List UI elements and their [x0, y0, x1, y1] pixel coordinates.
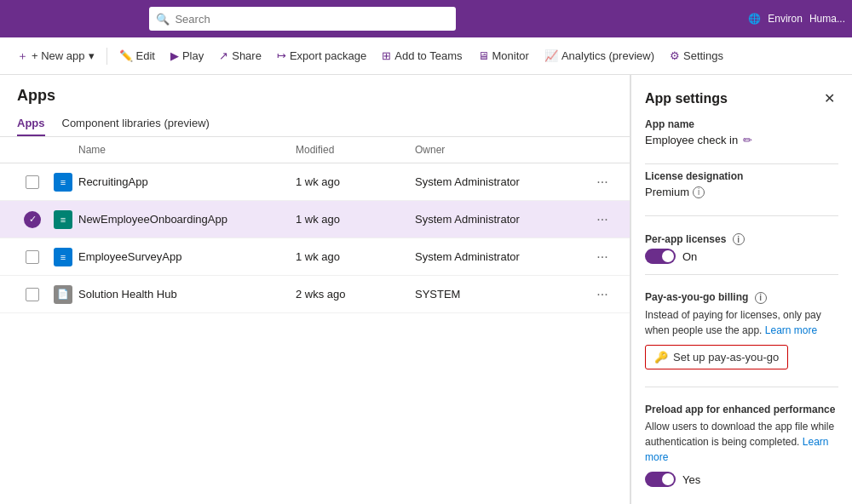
- payg-key-icon: 🔑: [654, 351, 668, 364]
- monitor-label: Monitor: [492, 49, 529, 62]
- license-text: Premium: [645, 186, 689, 198]
- share-button[interactable]: ↗ Share: [212, 46, 268, 66]
- payg-desc: Instead of paying for licenses, only pay…: [645, 307, 838, 338]
- per-app-toggle-label: On: [682, 250, 697, 263]
- export-label: Export package: [290, 49, 366, 62]
- row-checkbox[interactable]: [17, 250, 48, 264]
- preload-desc: Allow users to download the app file whi…: [645, 419, 838, 465]
- add-teams-button[interactable]: ⊞ Add to Teams: [375, 46, 469, 66]
- per-app-label: Per-app licenses i: [645, 233, 838, 246]
- col-owner-header: Owner: [415, 144, 585, 156]
- license-label: License designation: [645, 170, 838, 182]
- col-icon: [48, 144, 78, 156]
- edit-label: Edit: [136, 49, 155, 62]
- col-modified: 1 wk ago: [296, 213, 415, 226]
- preload-toggle[interactable]: [645, 472, 676, 487]
- tabs-row: Apps Component libraries (preview): [0, 112, 630, 137]
- env-label: Environ: [768, 13, 803, 25]
- col-modified: 1 wk ago: [296, 250, 415, 263]
- table-header: Name Modified Owner: [0, 137, 630, 163]
- col-modified: 2 wks ago: [296, 288, 415, 301]
- app-name-text: Employee check in: [645, 134, 738, 146]
- checkbox-checked: ✓: [24, 211, 41, 228]
- panel-header: App settings ✕: [645, 89, 838, 108]
- setup-payg-button[interactable]: 🔑 Set up pay-as-you-go: [645, 345, 788, 369]
- preload-toggle-row: Yes: [645, 472, 838, 487]
- payg-learn-more-link[interactable]: Learn more: [765, 324, 817, 336]
- new-app-label: + New app: [32, 49, 85, 62]
- table-row[interactable]: ✓ ≡ NewEmployeeOnboardingApp 1 wk ago Sy…: [0, 201, 630, 238]
- tab-components[interactable]: Component libraries (preview): [62, 112, 210, 136]
- close-button[interactable]: ✕: [820, 89, 838, 108]
- teams-icon: ⊞: [382, 49, 391, 62]
- play-button[interactable]: ▶ Play: [164, 46, 210, 66]
- share-label: Share: [232, 49, 262, 62]
- table-row[interactable]: ≡ RecruitingApp 1 wk ago System Administ…: [0, 163, 630, 201]
- search-container: 🔍: [149, 7, 456, 31]
- settings-button[interactable]: ⚙ Settings: [663, 46, 730, 66]
- more-options-button[interactable]: ···: [585, 175, 619, 190]
- app-icon: 📄: [54, 285, 72, 304]
- app-name-label: App name: [645, 118, 838, 130]
- app-name: NewEmployeeOnboardingApp: [78, 213, 296, 226]
- per-app-toggle-row: On: [645, 249, 838, 264]
- app-icon: ≡: [54, 248, 72, 266]
- more-options-button[interactable]: ···: [585, 249, 619, 265]
- top-bar: 🔍 🌐 Environ Huma...: [0, 0, 852, 37]
- main-content: Apps Apps Component libraries (preview) …: [0, 75, 852, 504]
- row-checkbox[interactable]: ✓: [17, 211, 48, 228]
- row-checkbox[interactable]: [17, 175, 48, 189]
- add-teams-label: Add to Teams: [394, 49, 462, 62]
- analytics-label: Analytics (preview): [561, 49, 654, 62]
- col-modified-header: Modified: [296, 144, 415, 156]
- edit-icon: ✏️: [119, 49, 133, 62]
- row-checkbox[interactable]: [17, 288, 48, 301]
- license-info-icon[interactable]: i: [693, 186, 705, 198]
- edit-app-name-icon[interactable]: ✏: [743, 134, 752, 146]
- col-checkbox: [17, 144, 48, 156]
- per-app-toggle[interactable]: [645, 249, 676, 264]
- search-input[interactable]: [175, 13, 449, 26]
- table-row[interactable]: ≡ EmployeeSurveyApp 1 wk ago System Admi…: [0, 238, 630, 276]
- checkbox-unchecked: [26, 250, 39, 264]
- new-app-dropdown-icon: ▾: [89, 49, 95, 62]
- env-icon: 🌐: [748, 13, 761, 25]
- app-name: Solution Health Hub: [78, 288, 296, 301]
- col-owner: System Administrator: [415, 250, 585, 263]
- table-row[interactable]: 📄 Solution Health Hub 2 wks ago SYSTEM ·…: [0, 276, 630, 313]
- payg-info-icon[interactable]: i: [755, 292, 767, 304]
- settings-icon: ⚙: [670, 49, 680, 62]
- payg-btn-label: Set up pay-as-you-go: [673, 351, 779, 364]
- license-value: Premium i: [645, 186, 838, 198]
- new-app-button[interactable]: ＋ + New app ▾: [10, 45, 101, 67]
- toolbar-sep-1: [106, 48, 107, 65]
- app-name: EmployeeSurveyApp: [78, 250, 296, 263]
- row-icon: ≡: [48, 210, 78, 229]
- preload-toggle-label: Yes: [682, 473, 700, 486]
- more-options-button[interactable]: ···: [585, 212, 619, 227]
- analytics-icon: 📈: [544, 49, 558, 62]
- col-name-header: Name: [78, 144, 296, 156]
- tab-apps[interactable]: Apps: [17, 112, 45, 136]
- more-options-button[interactable]: ···: [585, 287, 619, 302]
- preload-label: Preload app for enhanced performance: [645, 404, 838, 415]
- panel-title: App settings: [645, 91, 728, 106]
- col-owner: System Administrator: [415, 213, 585, 226]
- checkbox-unchecked: [26, 175, 39, 189]
- monitor-button[interactable]: 🖥 Monitor: [471, 46, 536, 66]
- row-icon: ≡: [48, 248, 78, 266]
- left-panel: Apps Apps Component libraries (preview) …: [0, 75, 630, 504]
- page-title: Apps: [0, 75, 630, 108]
- export-button[interactable]: ↦ Export package: [270, 46, 373, 66]
- per-app-info-icon[interactable]: i: [733, 233, 745, 245]
- checkbox-unchecked: [26, 288, 39, 301]
- row-icon: ≡: [48, 173, 78, 192]
- analytics-button[interactable]: 📈 Analytics (preview): [538, 46, 661, 66]
- col-owner: SYSTEM: [415, 288, 585, 301]
- new-app-icon: ＋: [17, 49, 28, 64]
- app-icon: ≡: [54, 210, 72, 229]
- col-owner: System Administrator: [415, 175, 585, 188]
- app-name: RecruitingApp: [78, 175, 296, 188]
- toolbar: ＋ + New app ▾ ✏️ Edit ▶ Play ↗ Share ↦ E…: [0, 37, 852, 75]
- edit-button[interactable]: ✏️ Edit: [112, 46, 162, 66]
